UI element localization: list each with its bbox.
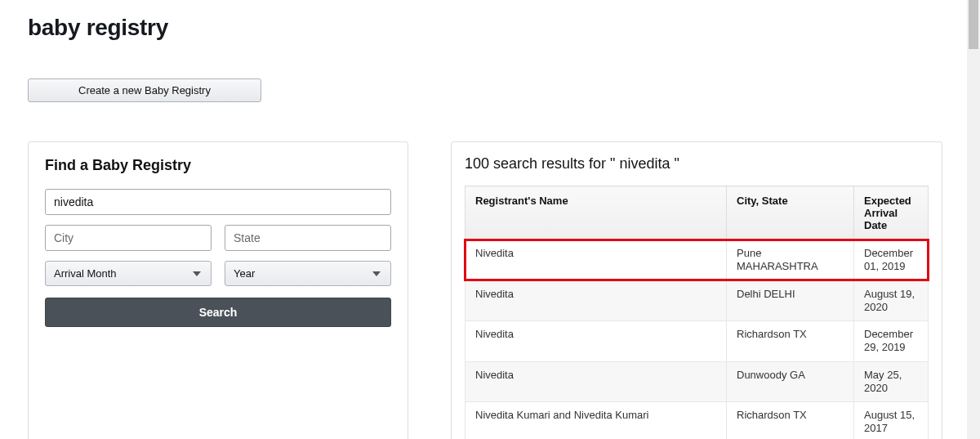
results-heading: 100 search results for " nivedita " (465, 155, 929, 172)
cell-city: Richardson TX (727, 321, 854, 362)
table-row[interactable]: NiveditaDunwoody GAMay 25, 2020 (466, 361, 929, 402)
results-panel: 100 search results for " nivedita " Regi… (451, 141, 942, 439)
chevron-down-icon (193, 271, 201, 276)
table-row[interactable]: NiveditaRichardson TXDecember 29, 2019 (466, 321, 929, 362)
search-panel-heading: Find a Baby Registry (45, 157, 391, 174)
cell-name: Nivedita (466, 240, 727, 281)
cell-city: Dunwoody GA (727, 361, 854, 402)
search-button[interactable]: Search (45, 298, 391, 327)
cell-city: Pune MAHARASHTRA (727, 240, 854, 281)
column-header-city[interactable]: City, State (727, 186, 854, 240)
cell-date: August 19, 2020 (854, 280, 929, 321)
results-table: Registrant's Name City, State Expected A… (465, 186, 929, 439)
cell-name: Nivedita Kumari and Nivedita Kumari (466, 402, 727, 440)
cell-date: August 15, 2017 (854, 402, 929, 440)
state-input[interactable] (225, 225, 391, 251)
table-row[interactable]: NiveditaDelhi DELHIAugust 19, 2020 (466, 280, 929, 321)
table-row[interactable]: Nivedita Kumari and Nivedita KumariRicha… (466, 402, 929, 440)
search-panel: Find a Baby Registry Arrival Month Year … (28, 141, 408, 439)
arrival-month-select[interactable]: Arrival Month (45, 261, 212, 286)
cell-date: December 01, 2019 (854, 240, 929, 281)
registrant-name-input[interactable] (45, 189, 391, 215)
cell-city: Delhi DELHI (727, 280, 854, 321)
scrollbar-thumb[interactable] (969, 0, 978, 49)
arrival-year-label: Year (234, 267, 255, 280)
page-title: baby registry (28, 15, 942, 41)
cell-name: Nivedita (466, 321, 727, 362)
cell-city: Richardson TX (727, 402, 854, 440)
arrival-month-label: Arrival Month (54, 267, 117, 280)
cell-date: December 29, 2019 (854, 321, 929, 362)
vertical-scrollbar[interactable] (967, 0, 980, 439)
column-header-date[interactable]: Expected Arrival Date (854, 186, 929, 240)
create-registry-button[interactable]: Create a new Baby Registry (28, 78, 261, 102)
arrival-year-select[interactable]: Year (225, 261, 391, 286)
cell-name: Nivedita (466, 280, 727, 321)
chevron-down-icon (372, 271, 381, 276)
cell-name: Nivedita (466, 361, 727, 402)
column-header-name[interactable]: Registrant's Name (466, 186, 727, 240)
city-input[interactable] (45, 225, 212, 251)
cell-date: May 25, 2020 (854, 361, 929, 402)
table-row[interactable]: NiveditaPune MAHARASHTRADecember 01, 201… (466, 240, 929, 281)
